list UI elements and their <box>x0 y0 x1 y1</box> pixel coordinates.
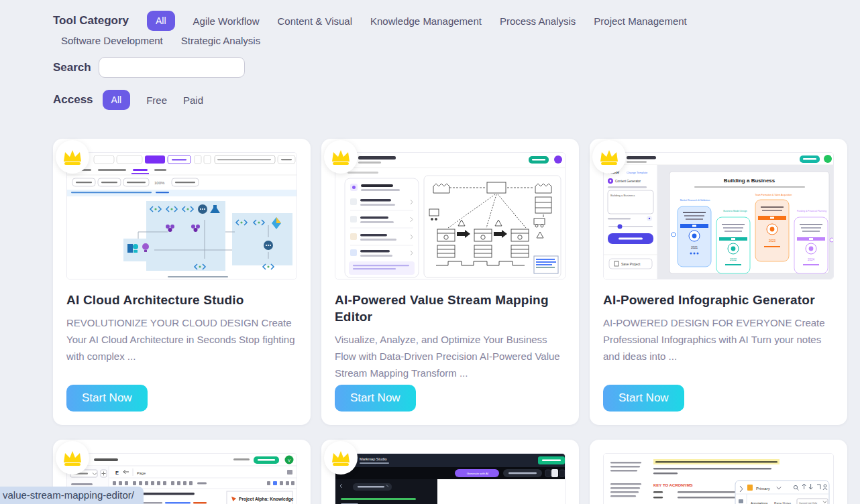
tool-title: AI-Powered Value Stream Mapping Editor <box>335 292 566 325</box>
year-label-3: 2023 <box>769 239 776 243</box>
doc-heading-line1: Project Alpha: Knowledge <box>239 497 294 502</box>
generate-with-ai-button[interactable]: Generate with AI <box>467 472 488 475</box>
category-pill-all[interactable]: All <box>147 11 175 31</box>
tool-screenshot-infographic-generator: Editor Change Template Content Generator… <box>603 152 834 279</box>
access-filter-row: Access All Free Paid <box>53 90 860 110</box>
tool-description: AI-POWERED DESIGN FOR EVERYONE Create Pr… <box>603 314 834 365</box>
premium-crown-icon <box>592 140 626 174</box>
category-software-development[interactable]: Software Development <box>61 35 163 46</box>
tool-screenshot-markmap-studio: Markmap Studio Generate with AI <box>335 453 566 504</box>
search-input[interactable] <box>99 57 245 78</box>
tool-screenshot-cloud-architecture: 100% <box>66 152 297 279</box>
category-strategic-analysis[interactable]: Strategic Analysis <box>181 35 260 46</box>
content-generator-label: Content Generator <box>615 180 641 183</box>
start-now-button[interactable]: Start Now <box>66 385 148 412</box>
block-type-letter: E <box>115 470 119 476</box>
premium-crown-icon <box>324 441 358 475</box>
annotation-filter-dropdown[interactable]: Current List Only <box>799 502 817 504</box>
tool-screenshot-document-annotator: KEY TO ACRONYMS Primary <box>603 453 834 504</box>
tool-card-document-annotator[interactable]: KEY TO ACRONYMS Primary <box>590 440 847 504</box>
tool-title: AI Cloud Architecture Studio <box>66 292 297 308</box>
link-url-status-tooltip: value-stream-mapping-editor/ <box>0 487 144 504</box>
category-filter-row-2: Software Development Strategic Analysis <box>61 35 860 46</box>
column-heading-teal: Business Model Design <box>723 210 747 212</box>
access-label: Access <box>53 93 93 107</box>
column-heading-purple: Funding & Financial Planning <box>797 210 826 212</box>
tool-card-markmap-studio[interactable]: Markmap Studio Generate with AI <box>321 440 579 504</box>
save-project-button[interactable]: Save Project <box>621 262 641 266</box>
filter-bar: Tool Category All Agile Workflow Content… <box>0 0 860 110</box>
tool-title: AI-Powered Infographic Generator <box>603 292 834 308</box>
category-project-management[interactable]: Project Management <box>594 15 686 27</box>
acronyms-heading: KEY TO ACRONYMS <box>653 483 693 487</box>
category-content-visual[interactable]: Content & Visual <box>278 15 352 27</box>
change-template-link[interactable]: Change Template <box>627 171 648 174</box>
search-label: Search <box>53 61 99 74</box>
start-now-button[interactable]: Start Now <box>335 385 416 412</box>
zoom-level-value: 100% <box>154 181 165 185</box>
tool-card-infographic-generator[interactable]: Editor Change Template Content Generator… <box>590 139 847 425</box>
year-label-2: 2022 <box>730 258 737 261</box>
tool-card-grid: 100% AI Cloud <box>53 139 860 504</box>
avatar-v-icon: V <box>288 458 290 462</box>
prompt-textarea-value[interactable]: Building a Business <box>610 194 635 197</box>
category-agile-workflow[interactable]: Agile Workflow <box>193 15 260 27</box>
premium-crown-icon <box>56 441 89 475</box>
access-paid[interactable]: Paid <box>183 94 203 106</box>
annotation-panel-title: Primary <box>756 487 770 491</box>
tool-card-value-stream-mapping[interactable]: Select Blueprint AI-Powered Value Stream… <box>321 139 579 425</box>
premium-crown-icon <box>56 140 89 174</box>
tool-screenshot-vsm-editor: Select Blueprint <box>335 152 566 279</box>
premium-crown-icon <box>324 140 358 174</box>
category-knowledge-management[interactable]: Knowledge Management <box>370 15 482 27</box>
tool-description: REVOLUTIONIZE YOUR CLOUD DESIGN Create Y… <box>66 314 297 365</box>
access-pill-all[interactable]: All <box>103 90 131 110</box>
search-row: Search <box>53 57 860 78</box>
year-label-1: 2021 <box>691 246 698 249</box>
column-heading-orange: Team Formation & Talent Acquisition <box>755 194 792 196</box>
tool-description: Visualize, Analyze, and Optimize Your Bu… <box>335 331 566 381</box>
start-now-button[interactable]: Start Now <box>603 385 684 412</box>
access-free[interactable]: Free <box>146 94 167 106</box>
column-heading-blue: Market Research & Validation <box>680 199 710 202</box>
tool-category-label: Tool Category <box>53 14 129 27</box>
year-label-4: 2024 <box>808 258 815 261</box>
markmap-app-title: Markmap Studio <box>360 457 387 461</box>
category-filter-row: Tool Category All Agile Workflow Content… <box>53 11 860 31</box>
page-view-label: Page <box>137 471 146 475</box>
tool-card-cloud-architecture[interactable]: 100% AI Cloud <box>53 139 311 425</box>
category-process-analysis[interactable]: Process Analysis <box>500 15 576 27</box>
infographic-title: Building a Business <box>724 178 775 184</box>
